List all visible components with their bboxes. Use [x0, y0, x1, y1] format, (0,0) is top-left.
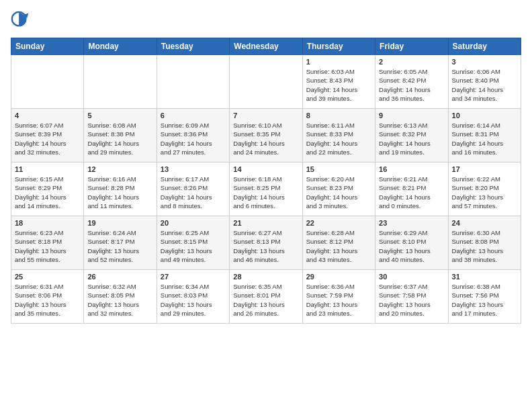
calendar-table: SundayMondayTuesdayWednesdayThursdayFrid…	[11, 38, 521, 324]
day-number: 27	[161, 273, 226, 281]
day-info: Sunrise: 6:13 AM Sunset: 8:32 PM Dayligh…	[379, 121, 444, 156]
calendar-day-23: 23Sunrise: 6:29 AM Sunset: 8:10 PM Dayli…	[375, 216, 448, 270]
day-number: 24	[452, 219, 517, 227]
calendar-day-11: 11Sunrise: 6:15 AM Sunset: 8:29 PM Dayli…	[11, 163, 84, 216]
calendar-day-24: 24Sunrise: 6:30 AM Sunset: 8:08 PM Dayli…	[448, 216, 521, 270]
day-info: Sunrise: 6:38 AM Sunset: 7:56 PM Dayligh…	[452, 282, 517, 318]
calendar-day-29: 29Sunrise: 6:36 AM Sunset: 7:59 PM Dayli…	[302, 270, 375, 324]
calendar-day-27: 27Sunrise: 6:34 AM Sunset: 8:03 PM Dayli…	[157, 270, 229, 324]
day-number: 1	[306, 58, 371, 66]
day-info: Sunrise: 6:10 AM Sunset: 8:35 PM Dayligh…	[233, 121, 298, 156]
calendar-day-22: 22Sunrise: 6:28 AM Sunset: 8:12 PM Dayli…	[302, 216, 375, 270]
day-number: 8	[306, 111, 371, 120]
day-info: Sunrise: 6:14 AM Sunset: 8:31 PM Dayligh…	[452, 121, 517, 156]
day-info: Sunrise: 6:08 AM Sunset: 8:38 PM Dayligh…	[87, 121, 152, 156]
empty-cell	[157, 55, 229, 109]
calendar-week-3: 11Sunrise: 6:15 AM Sunset: 8:29 PM Dayli…	[11, 163, 521, 216]
day-info: Sunrise: 6:28 AM Sunset: 8:12 PM Dayligh…	[306, 228, 371, 264]
day-info: Sunrise: 6:11 AM Sunset: 8:33 PM Dayligh…	[306, 121, 371, 156]
weekday-header-sunday: Sunday	[11, 38, 84, 55]
calendar-day-25: 25Sunrise: 6:31 AM Sunset: 8:06 PM Dayli…	[11, 270, 84, 324]
page-header	[11, 11, 521, 30]
day-info: Sunrise: 6:20 AM Sunset: 8:23 PM Dayligh…	[306, 175, 371, 210]
calendar-day-20: 20Sunrise: 6:25 AM Sunset: 8:15 PM Dayli…	[157, 216, 229, 270]
day-number: 18	[15, 219, 80, 227]
calendar-day-9: 9Sunrise: 6:13 AM Sunset: 8:32 PM Daylig…	[375, 109, 448, 163]
weekday-header-thursday: Thursday	[302, 38, 375, 55]
day-number: 25	[15, 273, 80, 281]
day-info: Sunrise: 6:32 AM Sunset: 8:05 PM Dayligh…	[87, 282, 152, 318]
day-number: 26	[87, 273, 152, 281]
day-number: 29	[306, 273, 371, 281]
day-info: Sunrise: 6:30 AM Sunset: 8:08 PM Dayligh…	[452, 228, 517, 264]
day-info: Sunrise: 6:31 AM Sunset: 8:06 PM Dayligh…	[15, 282, 80, 318]
day-number: 2	[379, 58, 444, 66]
day-info: Sunrise: 6:29 AM Sunset: 8:10 PM Dayligh…	[379, 228, 444, 264]
day-info: Sunrise: 6:03 AM Sunset: 8:43 PM Dayligh…	[306, 67, 371, 103]
day-info: Sunrise: 6:35 AM Sunset: 8:01 PM Dayligh…	[233, 282, 298, 318]
day-info: Sunrise: 6:18 AM Sunset: 8:25 PM Dayligh…	[233, 175, 298, 210]
empty-cell	[11, 55, 84, 109]
day-number: 16	[379, 165, 444, 173]
day-number: 10	[452, 111, 517, 120]
weekday-header-tuesday: Tuesday	[157, 38, 229, 55]
day-number: 31	[452, 273, 517, 281]
day-info: Sunrise: 6:09 AM Sunset: 8:36 PM Dayligh…	[161, 121, 226, 156]
calendar-day-13: 13Sunrise: 6:17 AM Sunset: 8:26 PM Dayli…	[157, 163, 229, 216]
day-info: Sunrise: 6:37 AM Sunset: 7:58 PM Dayligh…	[379, 282, 444, 318]
calendar-day-7: 7Sunrise: 6:10 AM Sunset: 8:35 PM Daylig…	[230, 109, 302, 163]
day-number: 15	[306, 165, 371, 173]
day-info: Sunrise: 6:21 AM Sunset: 8:21 PM Dayligh…	[379, 175, 444, 210]
day-info: Sunrise: 6:15 AM Sunset: 8:29 PM Dayligh…	[15, 175, 80, 210]
day-number: 22	[306, 219, 371, 227]
calendar-day-2: 2Sunrise: 6:05 AM Sunset: 8:42 PM Daylig…	[375, 55, 448, 109]
weekday-header-monday: Monday	[84, 38, 157, 55]
empty-cell	[230, 55, 302, 109]
calendar-day-3: 3Sunrise: 6:06 AM Sunset: 8:40 PM Daylig…	[448, 55, 521, 109]
calendar-week-2: 4Sunrise: 6:07 AM Sunset: 8:39 PM Daylig…	[11, 109, 521, 163]
day-info: Sunrise: 6:06 AM Sunset: 8:40 PM Dayligh…	[452, 67, 517, 103]
day-number: 21	[233, 219, 298, 227]
calendar-day-16: 16Sunrise: 6:21 AM Sunset: 8:21 PM Dayli…	[375, 163, 448, 216]
calendar-day-14: 14Sunrise: 6:18 AM Sunset: 8:25 PM Dayli…	[230, 163, 302, 216]
empty-cell	[84, 55, 157, 109]
day-info: Sunrise: 6:05 AM Sunset: 8:42 PM Dayligh…	[379, 67, 444, 103]
day-number: 7	[233, 111, 298, 120]
calendar-day-10: 10Sunrise: 6:14 AM Sunset: 8:31 PM Dayli…	[448, 109, 521, 163]
day-number: 17	[452, 165, 517, 173]
calendar-day-26: 26Sunrise: 6:32 AM Sunset: 8:05 PM Dayli…	[84, 270, 157, 324]
calendar-day-17: 17Sunrise: 6:22 AM Sunset: 8:20 PM Dayli…	[448, 163, 521, 216]
weekday-header-friday: Friday	[375, 38, 448, 55]
logo-icon	[11, 11, 30, 30]
day-info: Sunrise: 6:22 AM Sunset: 8:20 PM Dayligh…	[452, 175, 517, 210]
day-number: 19	[87, 219, 152, 227]
calendar-week-5: 25Sunrise: 6:31 AM Sunset: 8:06 PM Dayli…	[11, 270, 521, 324]
calendar-day-15: 15Sunrise: 6:20 AM Sunset: 8:23 PM Dayli…	[302, 163, 375, 216]
day-number: 4	[15, 111, 80, 120]
day-info: Sunrise: 6:36 AM Sunset: 7:59 PM Dayligh…	[306, 282, 371, 318]
calendar-day-1: 1Sunrise: 6:03 AM Sunset: 8:43 PM Daylig…	[302, 55, 375, 109]
day-info: Sunrise: 6:17 AM Sunset: 8:26 PM Dayligh…	[161, 175, 226, 210]
calendar-week-4: 18Sunrise: 6:23 AM Sunset: 8:18 PM Dayli…	[11, 216, 521, 270]
day-number: 5	[87, 111, 152, 120]
day-info: Sunrise: 6:07 AM Sunset: 8:39 PM Dayligh…	[15, 121, 80, 156]
day-info: Sunrise: 6:25 AM Sunset: 8:15 PM Dayligh…	[161, 228, 226, 264]
calendar-day-21: 21Sunrise: 6:27 AM Sunset: 8:13 PM Dayli…	[230, 216, 302, 270]
day-number: 23	[379, 219, 444, 227]
logo	[11, 11, 32, 30]
day-number: 11	[15, 165, 80, 173]
day-number: 14	[233, 165, 298, 173]
calendar-day-31: 31Sunrise: 6:38 AM Sunset: 7:56 PM Dayli…	[448, 270, 521, 324]
day-info: Sunrise: 6:24 AM Sunset: 8:17 PM Dayligh…	[87, 228, 152, 264]
calendar-day-12: 12Sunrise: 6:16 AM Sunset: 8:28 PM Dayli…	[84, 163, 157, 216]
weekday-header-saturday: Saturday	[448, 38, 521, 55]
calendar-day-30: 30Sunrise: 6:37 AM Sunset: 7:58 PM Dayli…	[375, 270, 448, 324]
day-info: Sunrise: 6:16 AM Sunset: 8:28 PM Dayligh…	[87, 175, 152, 210]
calendar-day-5: 5Sunrise: 6:08 AM Sunset: 8:38 PM Daylig…	[84, 109, 157, 163]
day-number: 9	[379, 111, 444, 120]
day-number: 13	[161, 165, 226, 173]
weekday-header-row: SundayMondayTuesdayWednesdayThursdayFrid…	[11, 38, 521, 55]
calendar-day-19: 19Sunrise: 6:24 AM Sunset: 8:17 PM Dayli…	[84, 216, 157, 270]
calendar-day-6: 6Sunrise: 6:09 AM Sunset: 8:36 PM Daylig…	[157, 109, 229, 163]
day-info: Sunrise: 6:23 AM Sunset: 8:18 PM Dayligh…	[15, 228, 80, 264]
